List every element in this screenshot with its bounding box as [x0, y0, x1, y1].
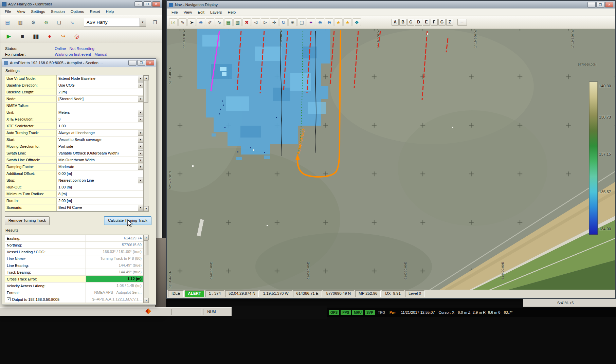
nav-titlebar[interactable]: Nav - Navigation Display – ❐ ✕: [167, 1, 615, 8]
scroll-down-icon[interactable]: ▼: [144, 206, 149, 211]
displays-icon[interactable]: ❏: [55, 18, 64, 26]
setting-value[interactable]: Variable Offtrack (Outerbeam Width) ▼: [57, 150, 143, 157]
layout-letter-button[interactable]: C: [407, 19, 414, 26]
menu-item[interactable]: Session: [48, 9, 68, 14]
chevron-down-icon[interactable]: ▼: [138, 144, 143, 149]
chevron-down-icon[interactable]: ▼: [138, 110, 143, 115]
chevron-down-icon[interactable]: ▼: [138, 178, 143, 183]
zoom-in-icon[interactable]: ⊕: [316, 18, 324, 26]
chevron-down-icon[interactable]: ▼: [138, 83, 143, 88]
select-area-icon[interactable]: ▢: [297, 18, 306, 26]
delete-object-icon[interactable]: ✖: [242, 18, 251, 26]
pause-button[interactable]: ▮▮: [32, 32, 40, 40]
results-scrollbar[interactable]: ▲ ▼: [143, 235, 149, 303]
settings-gear-icon[interactable]: ⚙: [29, 18, 38, 26]
event-arrow-button[interactable]: ↪: [59, 32, 68, 40]
menu-item[interactable]: Reset: [87, 9, 103, 14]
layout-letter-button[interactable]: Z: [446, 19, 453, 26]
setting-value[interactable]: 0.00 [m] ▼: [57, 170, 143, 177]
setting-value[interactable]: 1.00 ▼: [57, 123, 143, 129]
layout-letter-button[interactable]: A: [392, 19, 399, 26]
setting-value[interactable]: Min Outerbeam Width ▼: [57, 157, 143, 163]
setting-value[interactable]: -- ▼: [57, 103, 143, 109]
hatched-layer-icon[interactable]: ▧: [233, 18, 242, 26]
save-project-icon[interactable]: ▤: [3, 18, 12, 26]
next-view-icon[interactable]: ⊳: [261, 18, 269, 26]
setting-value[interactable]: 1.00 [m] ▼: [57, 184, 143, 190]
world-view-icon[interactable]: ⊕: [197, 18, 205, 26]
display-config-icon[interactable]: ❐: [151, 18, 159, 26]
setting-value[interactable]: Vessel to Swath coverage ▼: [57, 136, 143, 143]
chevron-down-icon[interactable]: ▼: [138, 164, 143, 170]
chevron-down-icon[interactable]: ▼: [138, 150, 143, 156]
zoom-out-icon[interactable]: ⊖: [325, 18, 333, 26]
help-lifebuoy-button[interactable]: ◎: [72, 32, 81, 40]
chevron-down-icon[interactable]: ▼: [138, 76, 143, 81]
close-button[interactable]: ✕: [146, 60, 154, 66]
pin-layout-icon[interactable]: ↘: [68, 18, 76, 26]
maximize-button[interactable]: ❐: [596, 2, 604, 7]
dialog-titlebar[interactable]: AutoPilot to 192.168.0.50:8005 - Autopil…: [2, 59, 156, 67]
profile-view-icon[interactable]: ∿: [215, 18, 223, 26]
pan-view-icon[interactable]: ✛: [270, 18, 278, 26]
layout-letter-button[interactable]: F: [431, 19, 438, 26]
scroll-down-icon[interactable]: ▼: [144, 298, 149, 303]
setting-value[interactable]: Use COG ▼: [57, 82, 143, 89]
database-icon[interactable]: ▥: [16, 18, 25, 26]
minimize-button[interactable]: –: [587, 2, 596, 7]
chevron-down-icon[interactable]: ▼: [138, 157, 143, 163]
globe-online-icon[interactable]: ⊚: [42, 18, 51, 26]
settings-scrollbar[interactable]: ▲ ▼: [143, 75, 149, 211]
menu-item[interactable]: File: [2, 9, 14, 14]
setting-value[interactable]: Meters ▼: [57, 109, 143, 116]
menu-item[interactable]: Layers: [207, 10, 225, 15]
menu-item[interactable]: Settings: [28, 9, 48, 14]
pointer-select-icon[interactable]: ➤: [187, 18, 196, 26]
setting-value[interactable]: Best Fit Curve ▼: [57, 204, 143, 211]
menu-item[interactable]: File: [169, 10, 181, 15]
maximize-button[interactable]: ❐: [143, 1, 151, 7]
layout-letter-button[interactable]: B: [399, 19, 406, 26]
select-check-icon[interactable]: ☑: [169, 18, 178, 26]
stop-button[interactable]: ■: [18, 32, 27, 40]
redraw-icon[interactable]: ↻: [279, 18, 288, 26]
setting-value[interactable]: 2.00 [m] ▼: [57, 198, 143, 204]
menu-item[interactable]: Edit: [195, 10, 207, 15]
setting-value[interactable]: 8 [m] ▼: [57, 191, 143, 197]
annotate-icon[interactable]: ✐: [206, 18, 214, 26]
more-layouts-button[interactable]: ....: [457, 19, 467, 26]
menu-item[interactable]: Options: [68, 9, 87, 14]
menu-item[interactable]: Help: [225, 10, 239, 15]
coverage-grid-icon[interactable]: ▦: [224, 18, 233, 26]
scroll-up-icon[interactable]: ▲: [144, 75, 149, 80]
layout-letter-button[interactable]: E: [423, 19, 430, 26]
previous-view-icon[interactable]: ⊲: [252, 18, 260, 26]
scroll-thumb[interactable]: [144, 81, 148, 103]
vessel-select[interactable]: ASV Harry ▼: [84, 18, 146, 27]
setting-value[interactable]: Nearest point on Line ▼: [57, 177, 143, 184]
setting-value[interactable]: Extend Node Baseline ▼: [57, 75, 143, 82]
layout-letter-button[interactable]: D: [415, 19, 422, 26]
minimize-button[interactable]: –: [128, 60, 137, 66]
remove-turning-track-button[interactable]: Remove Turning Track: [5, 216, 50, 225]
north-arrow-icon[interactable]: ✦: [307, 18, 315, 26]
chevron-down-icon[interactable]: ▼: [138, 130, 143, 136]
menu-item[interactable]: View: [14, 9, 28, 14]
setting-value[interactable]: Always at Linechange ▼: [57, 130, 143, 136]
menu-item[interactable]: Help: [103, 9, 116, 14]
close-button[interactable]: ✕: [152, 1, 160, 7]
controller-titlebar[interactable]: ASV Harry.db - Controller – ❐ ✕: [0, 0, 162, 8]
minimize-button[interactable]: –: [134, 1, 143, 7]
setting-value[interactable]: Port side ▼: [57, 143, 143, 150]
scroll-thumb[interactable]: [144, 240, 148, 255]
setting-value[interactable]: 3 ▼: [57, 116, 143, 123]
bookmark-add-icon[interactable]: ★: [343, 18, 352, 26]
scroll-up-icon[interactable]: ▲: [144, 235, 149, 240]
map-view[interactable]: AutoPilotTrack 52° 4.480' N52° 4.460' N5…: [167, 29, 615, 291]
zoom-window-icon[interactable]: ⊞: [288, 18, 297, 26]
maximize-button[interactable]: ❐: [137, 60, 145, 66]
chevron-down-icon[interactable]: ▼: [138, 116, 143, 122]
color-layers-icon[interactable]: ❖: [352, 18, 361, 26]
chevron-down-icon[interactable]: ▼: [140, 18, 146, 26]
chevron-down-icon[interactable]: ▼: [138, 137, 143, 143]
